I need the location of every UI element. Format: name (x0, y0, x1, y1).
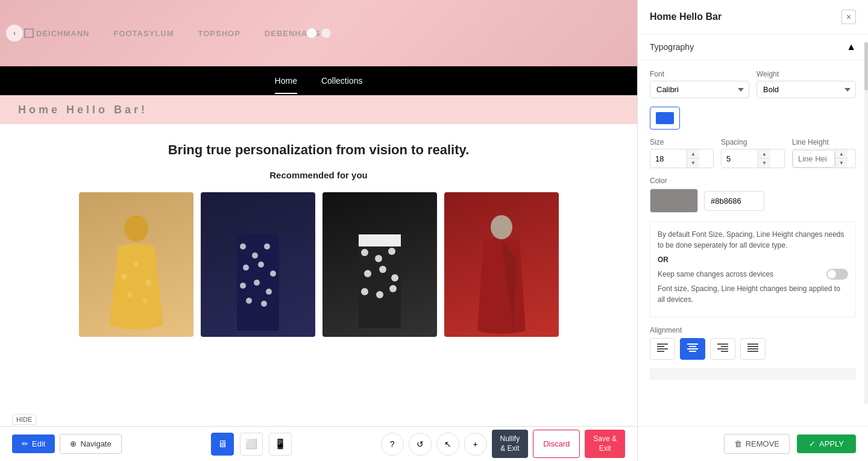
panel-close-button[interactable]: × (841, 10, 856, 24)
nav-bar: Home Collections (0, 66, 637, 95)
canvas-area: ‹ DEICHMANN FOOTASYLUM TOPSHOP DEBENHAMS… (0, 0, 637, 461)
align-right-btn[interactable] (710, 338, 735, 360)
carousel-dots (306, 28, 332, 39)
discard-button[interactable]: Discard (533, 430, 580, 458)
scrollbar-track[interactable] (864, 42, 868, 404)
info-text-1: By default Font Size, Spacing, Line Heig… (658, 229, 848, 251)
product-card-1[interactable] (79, 192, 193, 337)
line-height-up-btn[interactable]: ▲ (835, 149, 848, 158)
svg-point-23 (364, 270, 371, 277)
mobile-device-btn[interactable]: 📱 (269, 433, 292, 456)
align-center-icon (687, 343, 698, 354)
svg-point-20 (361, 249, 368, 256)
product-card-2[interactable] (201, 192, 315, 337)
align-right-icon (717, 343, 728, 354)
nullify-label: Nullify& Exit (500, 434, 520, 453)
navigate-button[interactable]: ⊕ Navigate (60, 434, 121, 454)
size-input[interactable] (650, 151, 687, 167)
desktop-device-btn[interactable]: 🖥 (211, 433, 234, 456)
svg-point-8 (252, 252, 258, 259)
tablet-device-btn[interactable]: ⬜ (240, 433, 263, 456)
keep-same-label: Keep same changes across devices (658, 270, 773, 278)
align-left-icon (657, 343, 668, 354)
panel-header: Home Hello Bar × (638, 0, 868, 34)
spacing-spinners: ▲ ▼ (758, 149, 770, 168)
history-btn[interactable]: ↺ (409, 433, 432, 456)
toolbar-right: ? ↺ ↖ + Nullify& Exit Discard Save &Exit (381, 430, 625, 458)
hide-label[interactable]: HIDE (12, 414, 36, 425)
product-card-3[interactable] (322, 192, 437, 337)
add-btn[interactable]: + (464, 433, 487, 456)
color-section: Color (650, 177, 856, 213)
bottom-toolbar: ✏ Edit ⊕ Navigate 🖥 ⬜ 📱 ? ↺ (0, 426, 637, 461)
svg-rect-41 (721, 351, 728, 352)
size-group: Size ▲ ▼ (650, 138, 714, 168)
weight-select[interactable]: Bold Normal (756, 81, 856, 98)
svg-rect-19 (359, 234, 401, 246)
or-divider: OR (658, 256, 848, 264)
history-icon: ↺ (417, 439, 424, 449)
align-justify-btn[interactable] (740, 338, 766, 360)
product-img-1 (79, 192, 193, 337)
spacing-down-btn[interactable]: ▼ (758, 158, 770, 168)
carousel-prev-arrow[interactable]: ‹ (6, 25, 23, 42)
spacing-up-btn[interactable]: ▲ (758, 149, 770, 158)
trash-icon: 🗑 (734, 439, 742, 448)
edit-button[interactable]: ✏ Edit (12, 434, 55, 453)
font-group: Font Calibri Arial (650, 70, 749, 98)
color-hex-input[interactable] (704, 191, 764, 211)
color-preview-button[interactable] (650, 107, 680, 130)
svg-point-17 (261, 301, 267, 307)
line-height-label: Line Height (792, 138, 856, 146)
carousel-dot-2[interactable] (321, 28, 332, 39)
products-grid (12, 192, 625, 337)
font-select[interactable]: Calibri Arial (650, 81, 749, 98)
save-exit-button[interactable]: Save &Exit (585, 430, 625, 458)
keep-same-toggle[interactable] (826, 269, 848, 280)
product-img-4 (444, 192, 559, 337)
svg-point-22 (388, 248, 395, 255)
line-height-input[interactable] (793, 150, 835, 168)
scrollbar-thumb[interactable] (864, 42, 868, 90)
alignment-buttons (650, 338, 856, 360)
svg-rect-37 (689, 351, 696, 352)
align-left-btn[interactable] (650, 338, 675, 360)
line-height-down-btn[interactable]: ▼ (835, 158, 848, 168)
nav-home[interactable]: Home (275, 67, 297, 94)
svg-rect-30 (657, 343, 668, 345)
deichmann-icon (24, 28, 34, 38)
checkmark-icon: ✓ (809, 439, 816, 448)
recommended-label: Recommended for you (12, 170, 625, 180)
svg-point-24 (379, 266, 386, 273)
nav-collections[interactable]: Collections (321, 67, 362, 94)
nullify-exit-button[interactable]: Nullify& Exit (492, 430, 529, 458)
save-exit-label: Save &Exit (593, 434, 617, 453)
main-content: Bring true personalization from vision t… (0, 124, 637, 355)
align-center-btn[interactable] (680, 338, 705, 360)
svg-point-29 (491, 215, 512, 239)
product-card-4[interactable] (444, 192, 559, 337)
color-preview-swatch (656, 112, 674, 124)
color-swatch[interactable] (650, 189, 698, 213)
info-box: By default Font Size, Spacing, Line Heig… (650, 221, 856, 318)
typography-section-header[interactable]: Typography ▲ (638, 34, 868, 60)
alignment-label: Alignment (650, 326, 856, 334)
navigate-icon: ⊕ (70, 439, 77, 448)
font-weight-row: Font Calibri Arial Weight Bold Normal (650, 70, 856, 98)
size-down-btn[interactable]: ▼ (687, 158, 699, 168)
remove-button[interactable]: 🗑 REMOVE (724, 434, 790, 454)
panel-footer: 🗑 REMOVE ✓ APPLY (638, 426, 868, 461)
typography-chevron-up-icon: ▲ (846, 42, 856, 52)
size-up-btn[interactable]: ▲ (687, 149, 699, 158)
typography-section-title: Typography (650, 42, 694, 52)
svg-point-4 (128, 292, 133, 297)
spacing-input-group: ▲ ▼ (721, 149, 785, 168)
help-btn[interactable]: ? (381, 433, 404, 456)
apply-button[interactable]: ✓ APPLY (797, 434, 856, 453)
svg-rect-40 (717, 348, 728, 350)
cursor-btn[interactable]: ↖ (436, 433, 459, 456)
carousel-dot-1[interactable] (306, 28, 317, 39)
svg-point-15 (266, 289, 272, 295)
svg-point-27 (376, 291, 383, 298)
spacing-input[interactable] (722, 151, 758, 167)
